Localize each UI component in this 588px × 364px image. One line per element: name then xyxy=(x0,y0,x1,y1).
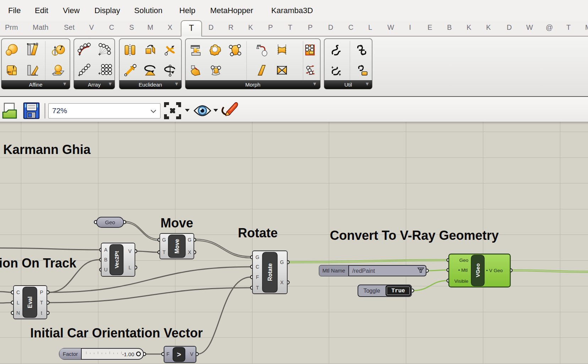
svg-text:Rotate: Rotate xyxy=(238,226,278,240)
svg-text:Mtl Name: Mtl Name xyxy=(322,268,345,274)
svg-text:B: B xyxy=(104,257,107,263)
svg-text:C: C xyxy=(256,264,259,270)
svg-text:Factor: Factor xyxy=(63,351,78,357)
svg-text:U: U xyxy=(104,267,108,272)
svg-text:T: T xyxy=(256,285,259,291)
svg-text:Eval: Eval xyxy=(27,297,33,308)
svg-text:Move: Move xyxy=(174,239,180,253)
svg-text:G: G xyxy=(188,237,192,243)
svg-text:G: G xyxy=(162,237,166,243)
svg-text:Convert To V-Ray Geometry: Convert To V-Ray Geometry xyxy=(330,228,499,243)
svg-text:A: A xyxy=(104,247,108,253)
svg-text:Geo: Geo xyxy=(459,258,468,263)
svg-text:Initial Car Orientation Vector: Initial Car Orientation Vector xyxy=(30,326,203,340)
svg-text:Rotate: Rotate xyxy=(267,263,273,281)
svg-text:Move: Move xyxy=(160,216,193,230)
svg-text:V: V xyxy=(190,351,194,357)
svg-text:L: L xyxy=(17,300,20,305)
svg-text:F: F xyxy=(167,351,170,357)
svg-text:>: > xyxy=(177,351,181,358)
svg-text:• Mtl: • Mtl xyxy=(458,268,468,273)
svg-text:Toggle: Toggle xyxy=(363,288,380,294)
svg-text:V: V xyxy=(128,248,132,254)
svg-text:X: X xyxy=(188,249,191,255)
svg-text:Vec2Pt: Vec2Pt xyxy=(114,251,120,268)
svg-text:VGeo: VGeo xyxy=(475,263,481,277)
svg-text:Visible: Visible xyxy=(454,278,468,284)
svg-text:L: L xyxy=(129,265,131,270)
svg-text:G: G xyxy=(256,254,260,260)
svg-text:t: t xyxy=(41,310,42,316)
svg-text:-1.00: -1.00 xyxy=(122,351,134,357)
svg-text:Karmann Ghia: Karmann Ghia xyxy=(3,142,91,157)
svg-text:T: T xyxy=(40,300,43,305)
svg-text:N: N xyxy=(16,310,20,316)
svg-text:T: T xyxy=(163,249,166,255)
svg-text:/redPaint: /redPaint xyxy=(352,268,375,274)
svg-text:G: G xyxy=(280,259,284,265)
svg-text:Geo: Geo xyxy=(105,219,115,225)
svg-text:• V Geo: • V Geo xyxy=(486,268,503,273)
svg-text:F: F xyxy=(256,274,259,280)
svg-text:True: True xyxy=(391,288,405,294)
svg-text:C: C xyxy=(16,289,20,295)
svg-text:P: P xyxy=(40,289,43,295)
svg-text:X: X xyxy=(280,280,284,285)
svg-text:ion On Track: ion On Track xyxy=(0,256,77,270)
